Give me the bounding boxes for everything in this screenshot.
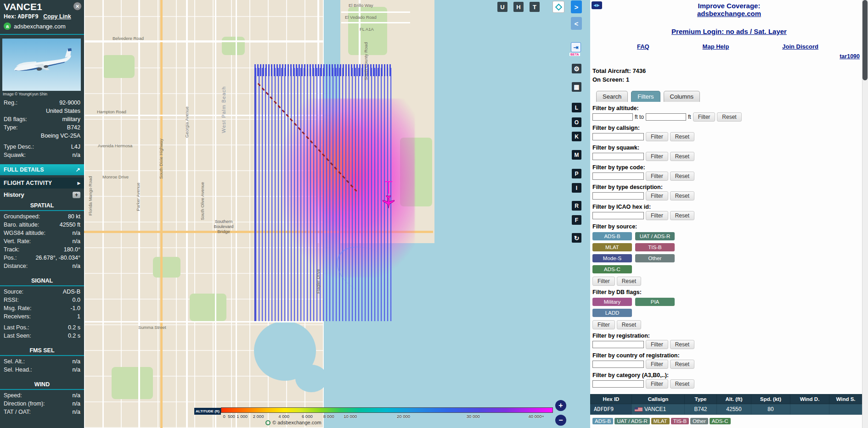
toggle-k-button[interactable]: K — [572, 132, 581, 141]
faq-link[interactable]: FAQ — [637, 43, 649, 50]
legend-tisb: TIS-B — [671, 418, 689, 424]
source-modes-button[interactable]: Mode-S — [592, 254, 632, 262]
typedesc-reset-button[interactable]: Reset — [670, 191, 694, 200]
squawk-reset-button[interactable]: Reset — [670, 152, 694, 161]
typecode-filter-input[interactable] — [592, 172, 644, 180]
source-adsc-button[interactable]: ADS-C — [592, 265, 632, 273]
scrollbar-thumb[interactable] — [862, 0, 868, 80]
typedesc-filter-button[interactable]: Filter — [646, 191, 668, 200]
tar1090-link[interactable]: tar1090 — [840, 53, 860, 60]
typecode-filter-button[interactable]: Filter — [646, 172, 668, 181]
tab-columns[interactable]: Columns — [664, 91, 700, 102]
icao-filter-input[interactable] — [592, 212, 644, 219]
adsbexchange-link[interactable]: adsbexchange.com — [697, 10, 761, 17]
flight-activity-button[interactable]: FLIGHT ACTIVITY ▸ — [0, 178, 84, 189]
row-callsign[interactable]: VANCE1 — [632, 404, 685, 415]
source-reset-button[interactable]: Reset — [617, 277, 641, 286]
squawk-filter-input[interactable] — [592, 153, 644, 160]
category-filter-input[interactable] — [592, 380, 644, 388]
callsign-filter-button[interactable]: Filter — [646, 132, 668, 141]
settings-gear-button[interactable]: ⚙ — [572, 64, 581, 73]
callsign-filter-input[interactable] — [592, 133, 644, 140]
row-alt[interactable]: 42550 — [717, 404, 751, 415]
row-type[interactable]: B742 — [685, 404, 717, 415]
col-type[interactable]: Type — [685, 395, 717, 404]
db-filter-button[interactable]: Filter — [592, 320, 615, 329]
icao-filter-button[interactable]: Filter — [646, 211, 668, 220]
tab-search[interactable]: Search — [596, 91, 628, 102]
col-alt[interactable]: Alt. (ft) — [717, 395, 751, 404]
map-attribution[interactable]: © adsbexchange.com — [265, 420, 321, 425]
col-wind-d[interactable]: Wind D. — [790, 395, 829, 404]
row-hex[interactable]: ADFDF9 — [591, 404, 632, 415]
category-filter-button[interactable]: Filter — [646, 379, 668, 389]
layers-button[interactable] — [552, 1, 564, 13]
replay-button[interactable]: ↻ — [572, 233, 581, 243]
db-ladd-button[interactable]: LADD — [592, 309, 632, 317]
registration-filter-button[interactable]: Filter — [646, 340, 668, 349]
squawk-filter-button[interactable]: Filter — [646, 152, 668, 161]
panel-collapse-icon[interactable]: ◀▶ — [592, 1, 602, 9]
country-filter-input[interactable] — [592, 361, 644, 368]
zoom-in-button[interactable]: + — [555, 400, 566, 411]
toggle-f-button[interactable]: F — [572, 215, 581, 225]
aircraft-photo[interactable] — [2, 39, 82, 91]
toggle-i-button[interactable]: I — [572, 183, 581, 193]
altitude-min-input[interactable] — [592, 113, 633, 121]
toggle-m-button[interactable]: M — [572, 150, 581, 160]
source-adsb-button[interactable]: ADS-B — [592, 232, 632, 240]
toggle-p-button[interactable]: P — [572, 169, 581, 178]
join-discord-link[interactable]: Join Discord — [782, 43, 818, 50]
col-callsign[interactable]: Callsign — [632, 395, 685, 404]
col-wind-s[interactable]: Wind S. — [829, 395, 862, 404]
expand-panel-button[interactable]: > — [571, 0, 582, 13]
copy-link[interactable]: Copy Link — [43, 13, 71, 20]
zoom-out-button[interactable]: − — [555, 415, 566, 426]
altitude-max-input[interactable] — [646, 113, 686, 121]
typecode-reset-button[interactable]: Reset — [670, 172, 694, 181]
altitude-filter-button[interactable]: Filter — [693, 112, 716, 122]
selected-aircraft-icon[interactable] — [382, 195, 395, 211]
table-columns-button[interactable]: ▦ — [572, 82, 581, 92]
attribution-text: © adsbexchange.com — [272, 420, 321, 425]
toggle-o-button[interactable]: O — [572, 117, 581, 127]
col-hex[interactable]: Hex ID — [591, 395, 632, 404]
close-icon[interactable]: × — [73, 2, 82, 11]
collapse-panel-button[interactable]: < — [571, 17, 582, 30]
signin-button[interactable]: ⇥ — [571, 42, 581, 52]
db-pia-button[interactable]: PIA — [635, 298, 675, 306]
registration-reset-button[interactable]: Reset — [670, 340, 694, 349]
table-row[interactable]: ADFDF9 VANCE1 B742 42550 80 — [591, 404, 862, 415]
typedesc-filter-input[interactable] — [592, 192, 644, 200]
right-panel-scrollbar[interactable] — [862, 0, 868, 428]
map-help-link[interactable]: Map Help — [703, 43, 729, 50]
registration-filter-label: Filter by registration: — [592, 333, 868, 339]
category-reset-button[interactable]: Reset — [670, 379, 694, 389]
source-other-button[interactable]: Other — [635, 254, 675, 262]
full-details-button[interactable]: FULL DETAILS ↗ — [0, 164, 84, 175]
tab-filters[interactable]: Filters — [631, 91, 660, 102]
country-filter-button[interactable]: Filter — [646, 360, 668, 369]
toggle-u-button[interactable]: U — [497, 2, 507, 12]
toggle-l-button[interactable]: L — [572, 103, 581, 112]
toggle-t-button[interactable]: T — [530, 2, 540, 12]
altitude-reset-button[interactable]: Reset — [717, 112, 741, 122]
source-filter-button[interactable]: Filter — [592, 277, 615, 286]
icao-reset-button[interactable]: Reset — [670, 211, 694, 220]
source-mlat-button[interactable]: MLAT — [592, 243, 632, 251]
site-name[interactable]: adsbexchange.com — [14, 23, 66, 30]
callsign-reset-button[interactable]: Reset — [670, 132, 694, 141]
toggle-r-button[interactable]: R — [572, 201, 581, 211]
country-reset-button[interactable]: Reset — [670, 360, 694, 369]
history-add-icon[interactable]: + — [73, 192, 80, 198]
source-uat-button[interactable]: UAT / ADS-R — [635, 232, 675, 240]
col-spd[interactable]: Spd. (kt) — [751, 395, 790, 404]
toggle-h-button[interactable]: H — [513, 2, 524, 12]
map-canvas[interactable]: Belvedere Road Hampton Road Avenida Herm… — [84, 0, 590, 428]
db-reset-button[interactable]: Reset — [617, 320, 641, 329]
source-tisb-button[interactable]: TIS-B — [635, 243, 675, 251]
db-military-button[interactable]: Military — [592, 298, 632, 306]
row-spd[interactable]: 80 — [751, 404, 790, 415]
premium-login-link[interactable]: Premium Login: no ads / Sat. Layer — [671, 28, 787, 35]
registration-filter-input[interactable] — [592, 341, 644, 348]
